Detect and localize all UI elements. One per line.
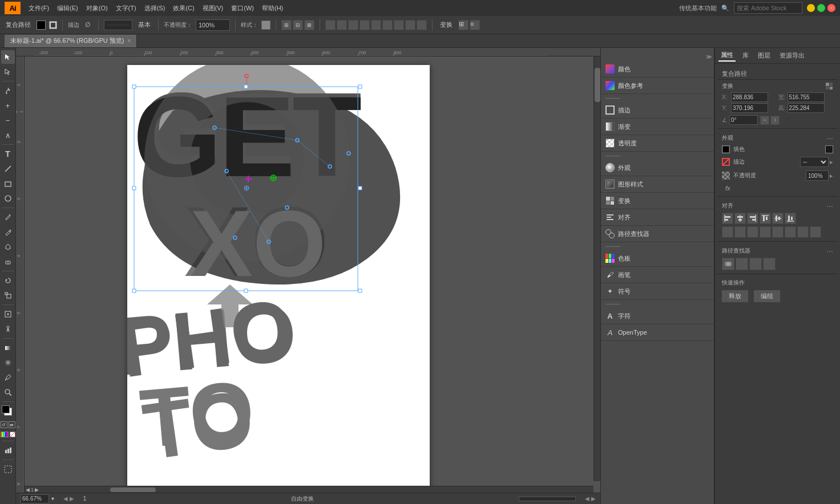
appearance-panel-header[interactable]: 外观 [601,160,714,176]
align-tool-2[interactable]: ⊟ [293,20,303,30]
minimize-button[interactable]: − [807,4,815,12]
pf-exclude[interactable] [763,258,776,270]
align-more-button[interactable]: ··· [826,201,833,210]
transform-panel-header[interactable]: 变换 [601,193,714,209]
scale-tool[interactable] [1,288,15,302]
transform-grid-icon[interactable] [825,82,833,90]
menu-select[interactable]: 选择(S) [141,3,169,14]
none-button[interactable] [10,432,15,437]
stroke-expand[interactable]: ▸ [830,158,833,166]
char-panel-header[interactable]: A 字符 [601,308,714,324]
mesh-tool[interactable] [1,356,15,369]
opacity-input[interactable] [196,19,230,31]
library-tab[interactable]: 库 [740,50,751,61]
zoom-tool[interactable] [1,385,15,399]
type-tool[interactable]: T [1,147,15,161]
delete-anchor-tool[interactable]: − [1,113,15,127]
close-button[interactable]: × [827,4,835,12]
color-panel-header[interactable]: 颜色 [601,61,714,77]
group-button[interactable]: 编组 [754,290,780,302]
align-right-button[interactable] [747,213,758,224]
shaper-tool[interactable] [1,240,15,254]
page-prev[interactable]: ◀ [26,487,30,493]
stroke-panel-header[interactable]: 描边 [601,102,714,118]
flip-v-button[interactable]: ↕ [770,116,780,125]
transparency-panel-header[interactable]: 透明度 [601,135,714,151]
w-input[interactable] [788,92,825,102]
align-top-button[interactable] [760,213,771,224]
fill-color-display[interactable] [825,145,833,153]
dist-3[interactable] [747,226,758,238]
pathfinder-more-button[interactable]: ··· [826,246,833,255]
transform-tool-9[interactable] [417,20,427,30]
v-scrollbar[interactable] [593,56,600,481]
transform-tool-2[interactable] [337,20,347,30]
release-button[interactable]: 释放 [722,290,748,302]
swap-colors-button[interactable]: ⇄ [9,421,15,428]
anchor-convert-tool[interactable]: ∧ [1,128,15,142]
line-tool[interactable] [1,162,15,176]
menu-window[interactable]: 窗口(W) [228,3,257,14]
opacity-expand[interactable]: ▸ [830,172,833,180]
transform-tool-3[interactable] [348,20,358,30]
y-input[interactable] [731,103,768,113]
h-scrollbar[interactable]: ◀ 1 ▶ [25,486,593,493]
menu-type[interactable]: 文字(T) [112,3,140,14]
zoom-control[interactable]: ▾ [21,494,54,503]
add-anchor-tool[interactable]: + [1,99,15,112]
align-panel-header[interactable]: 对齐 [601,209,714,225]
transform-tool-7[interactable] [394,20,404,30]
brush-panel-header[interactable]: 🖌 画笔 [601,267,714,283]
menu-edit[interactable]: 编辑(E) [54,3,82,14]
pathfinder-panel-header[interactable]: 路径查找器 [601,226,714,242]
x-input[interactable] [731,92,768,102]
gradient-tool[interactable] [1,341,15,355]
fill-color-swatch[interactable] [37,21,46,30]
eraser-tool[interactable] [1,255,15,269]
dist-6[interactable] [785,226,796,238]
align-center-h-button[interactable] [734,213,746,224]
dist-5[interactable] [772,226,784,238]
puppet-warp-tool[interactable] [1,322,15,336]
h-input[interactable] [788,103,825,113]
dist-8[interactable] [810,226,821,238]
color-ref-panel-header[interactable]: 颜色参考 [601,78,714,94]
h-scrollbar-thumb[interactable] [110,487,156,492]
opentype-panel-header[interactable]: A OpenType [601,324,714,340]
artboard-tool[interactable] [1,462,15,476]
zoom-dropdown[interactable]: ▾ [51,495,54,502]
rotate-tool[interactable] [1,274,15,287]
transform-tool-5[interactable] [371,20,381,30]
dist-1[interactable] [722,226,733,238]
transform-tool-1[interactable] [325,20,336,30]
rect-tool[interactable] [1,177,15,190]
menu-object[interactable]: 对象(O) [83,3,111,14]
align-tool-1[interactable]: ⊞ [281,20,292,30]
angle-input[interactable] [729,115,758,125]
page-next[interactable]: ▶ [35,487,39,493]
paintbrush-tool[interactable] [1,210,15,224]
fx-button[interactable]: fx [722,184,734,193]
menu-view[interactable]: 视图(V) [199,3,227,14]
stroke-preview[interactable] [104,20,132,30]
dist-4[interactable] [760,226,771,238]
appearance-more-button[interactable]: ··· [826,133,833,143]
selection-tool[interactable] [1,50,15,64]
transform-tool-6[interactable] [382,20,393,30]
tab-close-button[interactable]: × [127,38,131,44]
opacity-value-input[interactable] [806,170,829,181]
transform-tool-8[interactable] [405,20,415,30]
zoom-input[interactable] [21,494,49,503]
transform-right-1[interactable]: ⊞ [458,20,469,30]
layers-tab[interactable]: 图层 [756,50,773,61]
menu-effect[interactable]: 效果(C) [169,3,197,14]
stroke-value[interactable]: ∅ [83,20,93,30]
transform-tool-4[interactable] [360,20,370,30]
align-left-button[interactable] [722,213,733,224]
transform-label[interactable]: 变换 [438,19,455,30]
flip-h-button[interactable]: ↔ [760,116,769,125]
free-transform-tool[interactable] [1,307,15,321]
eyedropper-tool[interactable] [1,371,15,384]
ellipse-tool[interactable] [1,192,15,205]
pencil-tool[interactable] [1,225,15,239]
